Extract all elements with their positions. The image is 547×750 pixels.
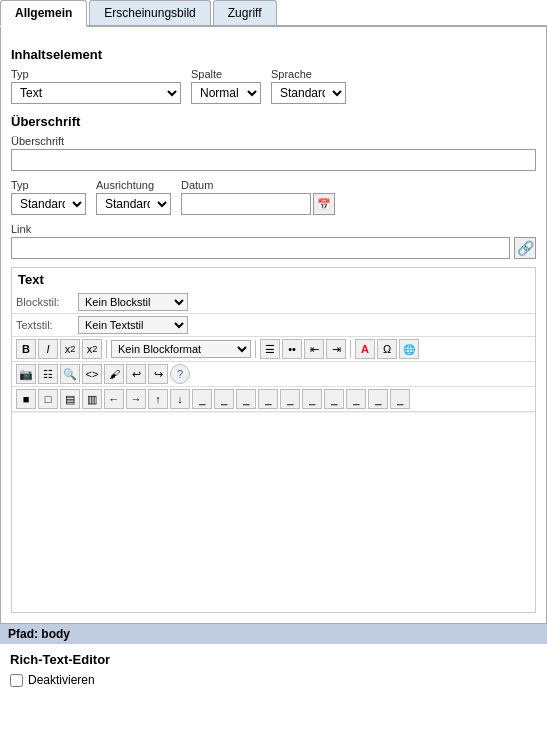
ueberschrift-label: Überschrift	[11, 135, 536, 147]
ausrichtung-select[interactable]: Standard	[96, 193, 171, 215]
table-btn-4[interactable]: ▥	[82, 389, 102, 409]
indent-more-button[interactable]: ⇥	[326, 339, 346, 359]
ueberschrift-title: Überschrift	[11, 114, 536, 129]
table-btn-5[interactable]: ←	[104, 389, 124, 409]
rte-section: Rich-Text-Editor Deaktivieren	[0, 644, 547, 695]
separator-3	[350, 340, 351, 358]
path-label: Pfad:	[8, 627, 38, 641]
link-row: 🔗	[11, 237, 536, 259]
calendar-icon-button[interactable]: 📅	[313, 193, 335, 215]
sprache-field: Sprache Standard	[271, 68, 346, 104]
blockstil-select[interactable]: Kein Blockstil	[78, 293, 188, 311]
link-icon: 🔗	[517, 240, 534, 256]
path-value: body	[41, 627, 70, 641]
link-label: Link	[11, 223, 536, 235]
deaktivieren-row: Deaktivieren	[10, 673, 537, 687]
spalte-field: Spalte Normal	[191, 68, 261, 104]
deaktivieren-checkbox[interactable]	[10, 674, 23, 687]
special-char-button[interactable]: Ω	[377, 339, 397, 359]
table-btn-16[interactable]: ⎯	[346, 389, 366, 409]
table-btn-14[interactable]: ⎯	[302, 389, 322, 409]
main-content: Inhaltselement Typ Text Spalte Normal Sp…	[0, 27, 547, 624]
datum-input[interactable]	[181, 193, 311, 215]
special-button-1[interactable]: 🔍	[60, 364, 80, 384]
typ-label: Typ	[11, 68, 181, 80]
typ-select[interactable]: Text	[11, 82, 181, 104]
superscript-button[interactable]: x2	[82, 339, 102, 359]
separator-2	[255, 340, 256, 358]
table-btn-15[interactable]: ⎯	[324, 389, 344, 409]
ueberschrift-typ-label: Typ	[11, 179, 86, 191]
tab-erscheinungsbild[interactable]: Erscheinungsbild	[89, 0, 210, 25]
typ-field: Typ Text	[11, 68, 181, 104]
table-insert-button[interactable]: ☷	[38, 364, 58, 384]
typ-ausrichtung-row: Typ Standard Ausrichtung Standard Datum …	[11, 179, 536, 215]
table-btn-13[interactable]: ⎯	[280, 389, 300, 409]
rte-title: Rich-Text-Editor	[10, 652, 537, 667]
marker-button[interactable]: 🖌	[104, 364, 124, 384]
textstil-select[interactable]: Kein Textstil	[78, 316, 188, 334]
sprache-label: Sprache	[271, 68, 346, 80]
image-button[interactable]: 📷	[16, 364, 36, 384]
blockstil-row: Blockstil: Kein Blockstil	[12, 291, 535, 314]
media-toolbar-row: 📷 ☷ 🔍 <> 🖌 ↩ ↪ ?	[12, 362, 535, 387]
table-btn-18[interactable]: ⎯	[390, 389, 410, 409]
unordered-list-button[interactable]: ••	[282, 339, 302, 359]
path-bar: Pfad: body	[0, 624, 547, 644]
table-toolbar-row: ■ □ ▤ ▥ ← → ↑ ↓ ⎯ ⎯ ⎯ ⎯ ⎯ ⎯ ⎯ ⎯ ⎯ ⎯	[12, 387, 535, 412]
ueberschrift-input[interactable]	[11, 149, 536, 171]
italic-button[interactable]: I	[38, 339, 58, 359]
text-section: Text Blockstil: Kein Blockstil Textstil:…	[11, 267, 536, 613]
deaktivieren-label: Deaktivieren	[28, 673, 95, 687]
blockstil-label: Blockstil:	[16, 296, 76, 308]
subscript-button[interactable]: x2	[60, 339, 80, 359]
ueberschrift-field: Überschrift	[11, 135, 536, 171]
format-select[interactable]: Kein Blockformat	[111, 340, 251, 358]
redo-button[interactable]: ↪	[148, 364, 168, 384]
help-button[interactable]: ?	[170, 364, 190, 384]
inhaltselement-title: Inhaltselement	[11, 47, 536, 62]
datum-label: Datum	[181, 179, 335, 191]
code-button[interactable]: <>	[82, 364, 102, 384]
indent-less-button[interactable]: ⇤	[304, 339, 324, 359]
tab-bar: Allgemein Erscheinungsbild Zugriff	[0, 0, 547, 27]
link-field: Link 🔗	[11, 223, 536, 259]
table-btn-10[interactable]: ⎯	[214, 389, 234, 409]
text-section-title: Text	[12, 268, 535, 291]
table-btn-9[interactable]: ⎯	[192, 389, 212, 409]
link-icon-button[interactable]: 🔗	[514, 237, 536, 259]
table-btn-2[interactable]: □	[38, 389, 58, 409]
ausrichtung-field: Ausrichtung Standard	[96, 179, 171, 215]
spalte-label: Spalte	[191, 68, 261, 80]
ueberschrift-typ-field: Typ Standard	[11, 179, 86, 215]
table-btn-12[interactable]: ⎯	[258, 389, 278, 409]
ordered-list-button[interactable]: ☰	[260, 339, 280, 359]
table-btn-8[interactable]: ↓	[170, 389, 190, 409]
table-btn-17[interactable]: ⎯	[368, 389, 388, 409]
table-btn-6[interactable]: →	[126, 389, 146, 409]
table-btn-7[interactable]: ↑	[148, 389, 168, 409]
text-color-button[interactable]: A	[355, 339, 375, 359]
datum-field: Datum 📅	[181, 179, 335, 215]
bold-button[interactable]: B	[16, 339, 36, 359]
link-input[interactable]	[11, 237, 510, 259]
table-btn-11[interactable]: ⎯	[236, 389, 256, 409]
textstil-row: Textstil: Kein Textstil	[12, 314, 535, 337]
ausrichtung-label: Ausrichtung	[96, 179, 171, 191]
editor-area[interactable]	[12, 412, 535, 612]
plugin-button[interactable]: 🌐	[399, 339, 419, 359]
spalte-select[interactable]: Normal	[191, 82, 261, 104]
separator-1	[106, 340, 107, 358]
undo-button[interactable]: ↩	[126, 364, 146, 384]
sprache-select[interactable]: Standard	[271, 82, 346, 104]
inhaltselement-row: Typ Text Spalte Normal Sprache Standard	[11, 68, 536, 104]
tab-zugriff[interactable]: Zugriff	[213, 0, 277, 25]
table-btn-3[interactable]: ▤	[60, 389, 80, 409]
tab-allgemein[interactable]: Allgemein	[0, 0, 87, 27]
table-btn-1[interactable]: ■	[16, 389, 36, 409]
ueberschrift-typ-select[interactable]: Standard	[11, 193, 86, 215]
textstil-label: Textstil:	[16, 319, 76, 331]
format-toolbar-row: B I x2 x2 Kein Blockformat ☰ •• ⇤ ⇥ A Ω …	[12, 337, 535, 362]
